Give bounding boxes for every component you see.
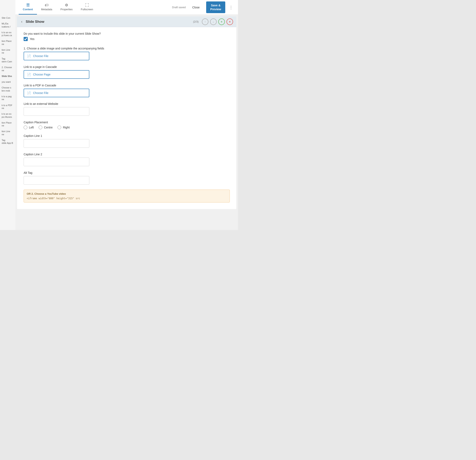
fullscreen-icon: ⛶ (85, 3, 89, 7)
caption-line2-input[interactable] (24, 157, 89, 166)
bg-item: 2. Choosene (2, 66, 14, 72)
link-pdf-group: Link to a PDF in Cascade 📄 Choose File (24, 84, 230, 97)
slideshow-panel: ‹ Slide Show (2/3) ↑ ↓ + × Do you want t… (17, 16, 236, 209)
bg-item: tion Placene (2, 40, 14, 46)
caption-left-option[interactable]: Left (24, 126, 34, 129)
move-up-button[interactable]: ↑ (202, 18, 208, 25)
caption-line1-label: Caption Line 1 (24, 134, 230, 138)
choose-image-label: Choose File (33, 54, 49, 58)
bg-item: tion Linene (2, 130, 14, 136)
properties-icon: ⚙ (65, 3, 68, 7)
link-cascade-label: Link to a page in Cascade (24, 65, 230, 68)
metadata-icon: 🏷 (45, 3, 49, 7)
caption-line1-group: Caption Line 1 (24, 134, 230, 148)
bg-item: Choose sbnr-mob (2, 86, 14, 92)
bg-item: Slide Sho (2, 75, 14, 78)
include-checkbox[interactable] (24, 37, 28, 41)
content-area: ‹ Slide Show (2/3) ↑ ↓ + × Do you want t… (15, 15, 238, 230)
bg-item: tion Placene (2, 121, 14, 127)
panel-body: Do you want to Include this slide in you… (17, 27, 236, 209)
youtube-section: OR 2. Choose a YouTube video <iframe wid… (24, 189, 230, 203)
page-icon: 📄 (27, 73, 31, 76)
remove-slide-button[interactable]: × (227, 18, 233, 25)
file-icon: 📄 (27, 54, 31, 58)
toolbar-tabs: ☰ Content 🏷 Metadata ⚙ Properties ⛶ Full… (19, 0, 97, 15)
link-pdf-label: Link to a PDF in Cascade (24, 84, 230, 87)
tab-properties[interactable]: ⚙ Properties (56, 0, 76, 15)
collapse-button[interactable]: ‹ (20, 19, 23, 25)
panel-counter: (2/3) (193, 20, 199, 23)
choose-pdf-label: Choose File (33, 91, 49, 95)
choose-pdf-button[interactable]: 📄 Choose File (24, 89, 89, 97)
caption-centre-option[interactable]: Centre (39, 126, 52, 129)
toolbar: ☰ Content 🏷 Metadata ⚙ Properties ⛶ Full… (15, 0, 238, 15)
close-button[interactable]: Close (189, 4, 203, 11)
youtube-code: <iframe width="800" height="315" src (27, 197, 227, 200)
choose-page-button[interactable]: 📄 Choose Page (24, 70, 89, 79)
bg-item: tion Linene (2, 49, 14, 54)
section1-group: 1. Choose a slide image and complete the… (24, 47, 230, 60)
alt-tag-input[interactable] (24, 176, 89, 185)
section1-label: 1. Choose a slide image and complete the… (24, 47, 230, 50)
alt-tag-label: Alt Tag (24, 171, 230, 174)
panel-header: ‹ Slide Show (2/3) ↑ ↓ + × (17, 16, 236, 27)
choose-page-label: Choose Page (33, 73, 51, 76)
include-checkbox-group: Yes (24, 37, 230, 41)
include-question: Do you want to Include this slide in you… (24, 32, 230, 35)
bg-item: k to a PDFne (2, 104, 14, 110)
bg-item: Tagobile App B (2, 139, 14, 145)
background-left: Site Con ML/Daications / k to an exp://u… (0, 0, 15, 230)
link-external-label: Link to an external Website (24, 102, 230, 106)
main-panel: ☰ Content 🏷 Metadata ⚙ Properties ⛶ Full… (15, 0, 238, 230)
caption-right-label: Right (63, 126, 70, 129)
bg-item: k to an exps://itunes (2, 112, 14, 118)
youtube-label: OR 2. Choose a YouTube video (27, 192, 227, 195)
tab-content[interactable]: ☰ Content (19, 0, 37, 15)
link-external-input[interactable] (24, 107, 89, 116)
bg-item: k to an exp://uwo.ca (2, 31, 14, 37)
pdf-icon: 📄 (27, 91, 31, 95)
move-down-button[interactable]: ↓ (210, 18, 217, 25)
choose-image-button[interactable]: 📄 Choose File (24, 52, 89, 60)
bg-item: you want (2, 81, 14, 83)
caption-placement-group: Caption Placement Left Centre Right (24, 121, 230, 129)
caption-line1-input[interactable] (24, 139, 89, 148)
tab-fullscreen[interactable]: ⛶ Fullscreen (77, 0, 97, 15)
panel-title: Slide Show (26, 20, 193, 24)
caption-right-radio[interactable] (58, 126, 61, 129)
bg-item: Tagstern Cam (2, 57, 14, 63)
caption-placement-radio-group: Left Centre Right (24, 126, 230, 129)
include-slide-group: Do you want to Include this slide in you… (24, 32, 230, 41)
caption-centre-radio[interactable] (39, 126, 42, 129)
bg-item: Site Con (2, 16, 14, 19)
caption-line2-label: Caption Line 2 (24, 153, 230, 156)
include-label: Yes (30, 37, 34, 41)
tab-fullscreen-label: Fullscreen (81, 8, 93, 11)
link-external-group: Link to an external Website (24, 102, 230, 116)
draft-status: Draft saved (172, 6, 186, 9)
tab-metadata-label: Metadata (41, 8, 52, 11)
content-icon: ☰ (26, 3, 30, 7)
panel-actions: ↑ ↓ + × (202, 18, 233, 25)
caption-placement-label: Caption Placement (24, 121, 230, 124)
link-page-group: Link to a page in Cascade 📄 Choose Page (24, 65, 230, 79)
alt-tag-group: Alt Tag (24, 171, 230, 185)
tab-metadata[interactable]: 🏷 Metadata (37, 0, 56, 15)
tab-content-label: Content (23, 8, 33, 11)
add-slide-button[interactable]: + (218, 18, 225, 25)
caption-centre-label: Centre (44, 126, 52, 129)
more-menu-button[interactable]: ⋮ (227, 3, 235, 11)
caption-left-label: Left (29, 126, 34, 129)
caption-right-option[interactable]: Right (58, 126, 70, 129)
bg-item: ML/Daications / (2, 22, 14, 28)
tab-properties-label: Properties (60, 8, 72, 11)
save-preview-button[interactable]: Save &Preview (206, 1, 225, 13)
caption-line2-group: Caption Line 2 (24, 153, 230, 166)
bg-item: k to a pagne (2, 95, 14, 101)
caption-left-radio[interactable] (24, 126, 27, 129)
